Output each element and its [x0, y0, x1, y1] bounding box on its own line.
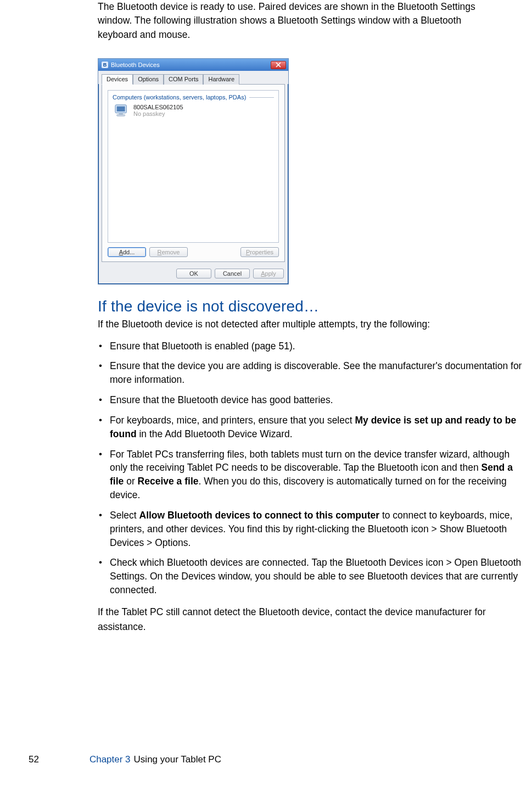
list-item: For Tablet PCs transferring files, both … [98, 448, 527, 502]
bullet-list: Ensure that Bluetooth is enabled (page 5… [98, 339, 532, 598]
add-button[interactable]: Add... [108, 247, 146, 257]
group-header: Computers (workstations, servers, laptop… [113, 94, 274, 101]
svg-rect-3 [117, 115, 125, 116]
dialog-illustration: B Bluetooth Devices Devices Options COM … [98, 58, 532, 285]
list-item[interactable]: 800SALES062105 No passkey [113, 103, 274, 118]
tab-com-ports[interactable]: COM Ports [164, 74, 203, 85]
device-name: 800SALES062105 [133, 104, 183, 110]
section-intro: If the Bluetooth device is not detected … [98, 317, 532, 331]
bluetooth-icon: B [102, 62, 108, 68]
computer-icon [114, 104, 130, 118]
window-title: Bluetooth Devices [111, 62, 160, 68]
ok-button[interactable]: OK [176, 269, 211, 278]
section-heading: If the device is not discovered… [98, 298, 532, 315]
properties-button[interactable]: Properties [240, 247, 279, 257]
group-header-label: Computers (workstations, servers, laptop… [113, 94, 246, 101]
list-item: Select Allow Bluetooth devices to connec… [98, 509, 527, 550]
cancel-button[interactable]: Cancel [215, 269, 250, 278]
list-item: Check which Bluetooth devices are connec… [98, 556, 527, 597]
list-item: Ensure that Bluetooth is enabled (page 5… [98, 339, 527, 353]
close-icon [276, 62, 281, 68]
list-item: Ensure that the device you are adding is… [98, 359, 527, 387]
list-item: Ensure that the Bluetooth device has goo… [98, 393, 527, 407]
page-footer: 52 Chapter 3 Using your Tablet PC [0, 754, 532, 765]
tab-devices[interactable]: Devices [102, 74, 133, 85]
closing-paragraph: If the Tablet PC still cannot detect the… [98, 605, 532, 634]
device-subtext: No passkey [133, 110, 183, 117]
apply-button[interactable]: Apply [253, 269, 284, 278]
tab-content: Computers (workstations, servers, laptop… [102, 84, 285, 262]
divider [249, 97, 274, 98]
chapter-title: Using your Tablet PC [134, 754, 221, 765]
list-item: For keyboards, mice, and printers, ensur… [98, 414, 527, 441]
remove-button[interactable]: Remove [149, 247, 188, 257]
device-list[interactable]: Computers (workstations, servers, laptop… [108, 90, 279, 243]
titlebar: B Bluetooth Devices [98, 59, 288, 71]
tabs-row: Devices Options COM Ports Hardware [98, 71, 288, 84]
bluetooth-devices-dialog: B Bluetooth Devices Devices Options COM … [98, 58, 289, 285]
tab-hardware[interactable]: Hardware [203, 74, 239, 85]
list-buttons: Add... Remove Properties [108, 247, 279, 257]
svg-rect-1 [117, 107, 125, 112]
dialog-footer: OK Cancel Apply [98, 265, 288, 284]
chapter-label: Chapter 3 [89, 754, 131, 765]
page-number: 52 [29, 754, 39, 765]
close-button[interactable] [271, 61, 286, 69]
tab-options[interactable]: Options [133, 74, 164, 85]
intro-paragraph: The Bluetooth device is ready to use. Pa… [98, 0, 532, 42]
